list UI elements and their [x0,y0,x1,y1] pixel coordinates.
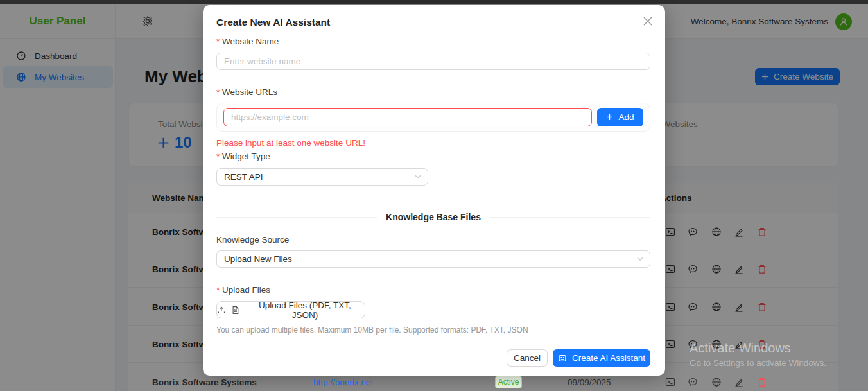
status-badge: Active [495,376,522,388]
knowledge-base-title: Knowledge Base Files [386,212,481,222]
website-urls-label: Website URLs [216,87,277,97]
create-ai-assistant-button[interactable]: Create AI Assistant [553,349,650,367]
upload-hint-text: You can upload multiple files. Maximum 1… [216,326,528,335]
upload-files-button[interactable]: Upload Files (PDF, TXT, JSON) [216,301,365,318]
widget-type-label: Widget Type [216,152,270,161]
file-icon [231,306,240,315]
robot-icon [558,354,567,363]
upload-icon [217,306,226,315]
create-ai-assistant-modal: Create New AI Assistant Website Name Web… [203,5,665,376]
delete-action-icon[interactable] [757,377,767,387]
add-url-label: Add [618,112,634,122]
globe-action-icon[interactable] [711,377,722,387]
close-icon[interactable] [643,16,654,26]
url-validation-error: Please input at least one website URL! [216,138,365,148]
screen: User Panel Welcome, Bonrix Software Syst… [0,0,868,391]
add-url-button[interactable]: Add [597,108,643,126]
chat-action-icon[interactable] [688,377,698,387]
plus-icon [606,114,613,121]
chevron-down-icon [415,175,421,179]
cancel-button[interactable]: Cancel [507,349,548,367]
website-name-input[interactable] [216,53,650,70]
widget-type-select[interactable]: REST API [216,168,428,186]
upload-files-button-label: Upload Files (PDF, TXT, JSON) [245,300,365,320]
knowledge-source-label: Knowledge Source [216,235,289,245]
website-name-label: Website Name [216,37,279,46]
knowledge-source-value: Upload New Files [224,254,292,264]
create-ai-assistant-label: Create AI Assistant [572,353,645,363]
knowledge-source-select[interactable]: Upload New Files [216,250,650,268]
divider-line [216,217,377,218]
website-url-input[interactable] [223,108,592,126]
website-name: Bonrix Software Systems [152,378,257,387]
chevron-down-icon [637,257,643,261]
divider-line [490,217,650,218]
edit-action-icon[interactable] [734,377,744,387]
website-url-row: Add [216,103,650,132]
created-date: 09/09/2025 [568,378,611,387]
widget-type-value: REST API [224,172,263,182]
modal-title: Create New AI Assistant [216,17,330,28]
terminal-action-icon[interactable] [665,377,675,387]
upload-files-label: Upload Files [216,285,270,295]
website-url-link[interactable]: http://bonrix.net [313,378,373,387]
knowledge-base-divider: Knowledge Base Files [216,212,650,222]
